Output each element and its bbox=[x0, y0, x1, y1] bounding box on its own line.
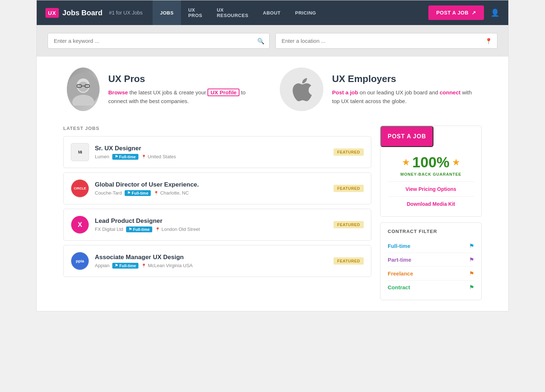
job-logo-3: X bbox=[71, 216, 89, 234]
guarantee-section: ★ 100% ★ MONEY-BACK GUARANTEE View Prici… bbox=[380, 147, 481, 216]
ux-employers-text: UX Employers Post a job on our leading U… bbox=[332, 73, 478, 106]
featured-badge-3: FEATURED bbox=[334, 221, 364, 228]
ux-employers-description: Post a job on our leading UX job board a… bbox=[332, 88, 478, 106]
featured-badge-1: FEATURED bbox=[334, 148, 364, 156]
post-job-label: POST A JOB bbox=[436, 10, 469, 16]
featured-badge-2: FEATURED bbox=[334, 185, 364, 192]
tagline: #1 for UX Jobs bbox=[109, 10, 143, 16]
flag-freelance-icon bbox=[469, 270, 474, 277]
ux-employers-card: UX Employers Post a job on our leading U… bbox=[280, 68, 478, 111]
user-account-button[interactable]: 👤 bbox=[490, 8, 500, 17]
star-left-icon: ★ bbox=[402, 158, 409, 167]
nav-item-ux-resources[interactable]: UX RESOURCES bbox=[210, 0, 256, 25]
ux-pros-heading: UX Pros bbox=[108, 73, 265, 85]
contract-filter-title: CONTRACT FILTER bbox=[388, 229, 474, 234]
navbar: UX Jobs Board #1 for UX Jobs JOBS UX PRO… bbox=[37, 0, 508, 25]
ux-pros-avatar bbox=[67, 68, 100, 111]
job-meta-2: Couche-Tard Full-time Charlotte, NC bbox=[95, 190, 328, 196]
contract-item-freelance[interactable]: Freelance bbox=[388, 267, 474, 281]
ux-employers-logo bbox=[280, 68, 323, 111]
promo-section: UX Pros Browse the latest UX jobs & crea… bbox=[63, 68, 482, 111]
guarantee-label: MONEY-BACK GUARANTEE bbox=[388, 172, 474, 176]
nav-item-ux-pros[interactable]: UX PROS bbox=[181, 0, 210, 25]
brand-name: Jobs Board bbox=[62, 9, 102, 17]
flag-parttime-icon bbox=[469, 256, 474, 263]
user-icon: 👤 bbox=[490, 9, 500, 17]
post-job-button[interactable]: POST A JOB ↗ bbox=[428, 5, 484, 20]
job-logo-2: CIRCLE bbox=[71, 179, 89, 197]
content-columns: LATEST JOBS Mi Sr. UX Designer Lumen Ful… bbox=[63, 126, 482, 300]
job-card-3[interactable]: X Lead Product Designer FX Digital Ltd F… bbox=[63, 209, 371, 241]
ux-employers-heading: UX Employers bbox=[332, 73, 478, 85]
job-info-2: Global Director of User Experience. Couc… bbox=[95, 181, 328, 196]
job-logo-1: Mi bbox=[71, 143, 89, 161]
keyword-search-wrap: 🔍 bbox=[48, 33, 270, 49]
browse-link[interactable]: Browse bbox=[108, 89, 128, 95]
view-pricing-link[interactable]: View Pricing Options bbox=[388, 184, 474, 194]
job-company-4: Appian bbox=[95, 263, 109, 268]
sidebar-column: POST A JOB ★ 100% ★ MONEY-BACK GUARANTEE… bbox=[380, 126, 482, 300]
nav-item-about[interactable]: ABOUT bbox=[256, 0, 288, 25]
post-a-job-link[interactable]: Post a job bbox=[332, 89, 358, 95]
job-card-1[interactable]: Mi Sr. UX Designer Lumen Full-time Unite… bbox=[63, 136, 371, 168]
job-info-4: Associate Manager UX Design Appian Full-… bbox=[95, 254, 328, 269]
post-job-sidebar-button[interactable]: POST A JOB bbox=[380, 126, 433, 147]
search-section: 🔍 📍 bbox=[37, 25, 508, 57]
job-location-2: Charlotte, NC bbox=[154, 190, 189, 196]
download-media-link[interactable]: Download Media Kit bbox=[388, 199, 474, 209]
ux-profile-link[interactable]: UX Profile bbox=[207, 89, 239, 96]
contract-item-fulltime[interactable]: Full-time bbox=[388, 239, 474, 253]
job-title-1: Sr. UX Designer bbox=[95, 145, 328, 152]
job-meta-3: FX Digital Ltd Full-time London Old Stre… bbox=[95, 226, 328, 232]
ux-pros-description: Browse the latest UX jobs & create your … bbox=[108, 88, 265, 106]
job-badge-4: Full-time bbox=[112, 263, 138, 269]
connect-link[interactable]: connect bbox=[440, 89, 461, 95]
contract-item-contract[interactable]: Contract bbox=[388, 281, 474, 294]
job-badge-1: Full-time bbox=[112, 154, 138, 160]
job-info-1: Sr. UX Designer Lumen Full-time United S… bbox=[95, 145, 328, 160]
logo-box: UX bbox=[45, 8, 59, 18]
contract-label-fulltime: Full-time bbox=[388, 243, 411, 249]
flag-fulltime-icon bbox=[469, 242, 474, 249]
svg-point-3 bbox=[78, 82, 88, 92]
ux-pros-card: UX Pros Browse the latest UX jobs & crea… bbox=[67, 68, 265, 111]
job-badge-2: Full-time bbox=[125, 190, 151, 196]
keyword-search-input[interactable] bbox=[48, 33, 270, 49]
location-pin-icon: 📍 bbox=[485, 37, 492, 44]
guarantee-percent: ★ 100% ★ bbox=[388, 154, 474, 171]
job-location-1: United States bbox=[141, 154, 176, 159]
jobs-column: LATEST JOBS Mi Sr. UX Designer Lumen Ful… bbox=[63, 126, 371, 300]
search-icon: 🔍 bbox=[257, 37, 265, 44]
external-link-icon: ↗ bbox=[472, 10, 476, 16]
job-location-3: London Old Street bbox=[155, 226, 200, 232]
location-search-wrap: 📍 bbox=[275, 33, 497, 49]
job-company-3: FX Digital Ltd bbox=[95, 226, 123, 232]
logo[interactable]: UX Jobs Board bbox=[45, 8, 102, 18]
job-location-4: McLean Virginia USA bbox=[141, 263, 193, 268]
job-title-4: Associate Manager UX Design bbox=[95, 254, 328, 261]
nav-item-jobs[interactable]: JOBS bbox=[153, 0, 181, 25]
job-meta-4: Appian Full-time McLean Virginia USA bbox=[95, 263, 328, 269]
job-logo-4: ppia bbox=[71, 252, 89, 270]
job-company-2: Couche-Tard bbox=[95, 190, 122, 196]
latest-jobs-label: LATEST JOBS bbox=[63, 126, 371, 131]
ux-pros-text: UX Pros Browse the latest UX jobs & crea… bbox=[108, 73, 265, 106]
contract-item-parttime[interactable]: Part-time bbox=[388, 253, 474, 267]
contract-label-contract: Contract bbox=[388, 284, 410, 290]
job-card-4[interactable]: ppia Associate Manager UX Design Appian … bbox=[63, 245, 371, 277]
location-search-input[interactable] bbox=[275, 33, 497, 49]
star-right-icon: ★ bbox=[452, 158, 460, 167]
job-title-2: Global Director of User Experience. bbox=[95, 181, 328, 188]
featured-badge-4: FEATURED bbox=[334, 257, 364, 265]
job-title-3: Lead Product Designer bbox=[95, 217, 328, 225]
contract-filter-box: CONTRACT FILTER Full-time Part-time Free… bbox=[380, 222, 482, 300]
job-meta-1: Lumen Full-time United States bbox=[95, 154, 328, 160]
job-card-2[interactable]: CIRCLE Global Director of User Experienc… bbox=[63, 172, 371, 204]
contract-label-freelance: Freelance bbox=[388, 270, 413, 277]
job-info-3: Lead Product Designer FX Digital Ltd Ful… bbox=[95, 217, 328, 232]
main-content: UX Pros Browse the latest UX jobs & crea… bbox=[54, 57, 490, 311]
nav-menu: JOBS UX PROS UX RESOURCES ABOUT PRICING bbox=[153, 0, 323, 25]
job-company-1: Lumen bbox=[95, 154, 109, 159]
flag-contract-icon bbox=[469, 284, 474, 291]
nav-item-pricing[interactable]: PRICING bbox=[288, 0, 323, 25]
